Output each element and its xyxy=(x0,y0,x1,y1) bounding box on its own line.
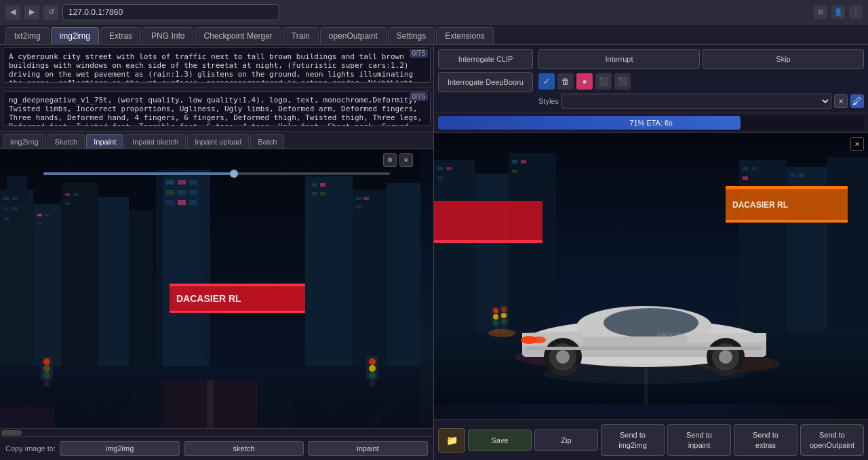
bottom-actions: 📁 Save Zip Send toimg2img Send toinpaint… xyxy=(434,419,868,460)
canvas-scroll-thumb[interactable] xyxy=(1,430,22,436)
negative-prompt-input[interactable]: ng_deepnegative_v1_75t, (worst quality, … xyxy=(3,91,431,126)
tab-extras[interactable]: Extras xyxy=(100,27,141,44)
tab-extensions[interactable]: Extensions xyxy=(436,27,494,44)
progress-bar-fill xyxy=(438,116,741,130)
svg-rect-31 xyxy=(170,311,305,313)
paint-icon[interactable]: ● xyxy=(576,73,593,90)
svg-rect-33 xyxy=(305,176,353,366)
tab-settings[interactable]: Settings xyxy=(388,27,435,44)
canvas-settings-btn[interactable]: ⚙ xyxy=(383,153,397,167)
copy-to-sketch-button[interactable]: sketch xyxy=(184,441,304,456)
svg-rect-9 xyxy=(3,207,9,210)
trash-icon[interactable]: 🗑 xyxy=(557,73,574,90)
svg-rect-3 xyxy=(61,183,98,366)
interrogate-clip-button[interactable]: Interrogate CLIP xyxy=(438,49,533,69)
svg-rect-75 xyxy=(726,186,848,189)
canvas-scroll-x[interactable] xyxy=(0,428,433,436)
sub-tab-sketch[interactable]: Sketch xyxy=(47,134,85,149)
interrogate-deepbooru-button[interactable]: Interrogate DeepBooru xyxy=(438,72,533,92)
interrupt-button[interactable]: Interrupt xyxy=(538,49,700,69)
output-image-area: DACASIER RL xyxy=(434,133,868,419)
sub-tab-batch[interactable]: Batch xyxy=(250,134,284,149)
paste-icon[interactable]: ⬛ xyxy=(614,73,631,90)
copy-to-inpaint-button[interactable]: inpaint xyxy=(308,441,428,456)
svg-point-57 xyxy=(369,365,376,372)
svg-point-103 xyxy=(501,313,507,318)
right-controls: Interrogate CLIP Interrogate DeepBooru I… xyxy=(434,45,868,113)
svg-rect-86 xyxy=(743,167,748,170)
svg-rect-27 xyxy=(178,200,186,205)
send-to-extras-button[interactable]: Send toextras xyxy=(734,424,797,456)
styles-row: Styles ✕ 🖊 xyxy=(538,94,864,109)
copy-image-bar: Copy image to: img2img sketch inpaint xyxy=(0,436,433,460)
sub-tab-inpaint-sketch[interactable]: Inpaint sketch xyxy=(125,134,186,149)
skip-button[interactable]: Skip xyxy=(703,49,864,69)
brush-size-thumb[interactable] xyxy=(230,170,238,178)
svg-rect-40 xyxy=(356,197,361,200)
svg-rect-5 xyxy=(98,197,129,366)
extensions-icon: ⚙ xyxy=(814,5,827,19)
copy-to-img2img-button[interactable]: img2img xyxy=(60,441,180,456)
svg-rect-8 xyxy=(12,197,18,200)
svg-rect-36 xyxy=(312,183,317,187)
canvas-close-btn[interactable]: ✕ xyxy=(399,153,413,167)
svg-rect-14 xyxy=(37,223,42,225)
svg-rect-73 xyxy=(827,157,868,330)
svg-rect-15 xyxy=(65,193,70,196)
zip-button[interactable]: Zip xyxy=(534,429,598,451)
svg-point-104 xyxy=(501,319,507,324)
open-folder-button[interactable]: 📁 xyxy=(438,428,465,453)
forward-button[interactable]: ▶ xyxy=(24,5,39,20)
svg-rect-30 xyxy=(170,284,305,286)
styles-apply-button[interactable]: 🖊 xyxy=(850,94,864,108)
svg-rect-17 xyxy=(65,202,70,205)
svg-rect-11 xyxy=(3,217,9,221)
tab-checkpoint-merger[interactable]: Checkpoint Merger xyxy=(195,27,281,44)
svg-rect-42 xyxy=(356,205,361,208)
sub-tab-img2img[interactable]: img2img xyxy=(3,134,46,149)
negative-prompt-area: ng_deepnegative_v1_75t, (worst quality, … xyxy=(0,88,433,132)
sub-tab-inpaint-upload[interactable]: Inpaint upload xyxy=(187,134,249,149)
send-to-inpaint-button[interactable]: Send toinpaint xyxy=(667,424,731,456)
copy-icon[interactable]: ⬛ xyxy=(595,73,612,90)
tab-png-info[interactable]: PNG Info xyxy=(142,27,193,44)
progress-bar-container: 71% ETA: 6s xyxy=(434,113,868,133)
brush-size-fill xyxy=(43,172,234,175)
styles-label: Styles xyxy=(538,97,559,105)
save-button[interactable]: Save xyxy=(468,429,532,451)
url-bar[interactable] xyxy=(62,4,279,20)
send-to-img2img-button[interactable]: Send toimg2img xyxy=(601,424,665,456)
positive-prompt-area: A cyberpunk city street with lots of tra… xyxy=(0,45,433,88)
reload-button[interactable]: ↺ xyxy=(43,5,58,20)
svg-point-56 xyxy=(369,358,376,365)
check-icon[interactable]: ✓ xyxy=(538,73,555,90)
svg-point-52 xyxy=(43,365,50,372)
tab-train[interactable]: Train xyxy=(283,27,319,44)
tab-txt2img[interactable]: txt2img xyxy=(5,27,50,44)
svg-rect-7 xyxy=(3,197,9,200)
sub-tab-inpaint[interactable]: Inpaint xyxy=(86,134,123,149)
styles-select[interactable] xyxy=(561,94,831,109)
tab-img2img[interactable]: img2img xyxy=(51,27,99,44)
left-panel: A cyberpunk city street with lots of tra… xyxy=(0,45,434,460)
brush-size-track xyxy=(43,172,390,175)
clip-section: Interrogate CLIP Interrogate DeepBooru xyxy=(438,49,533,92)
generated-image: DACASIER RL xyxy=(434,133,868,419)
output-close-button[interactable]: ✕ xyxy=(850,137,864,151)
svg-rect-76 xyxy=(726,220,848,223)
canvas-area[interactable]: DACASIER RL xyxy=(0,149,433,436)
svg-point-99 xyxy=(493,320,498,326)
svg-rect-37 xyxy=(320,183,326,187)
svg-rect-88 xyxy=(743,176,748,180)
svg-rect-90 xyxy=(799,174,804,177)
styles-clear-button[interactable]: ✕ xyxy=(834,94,848,108)
tab-openoutpaint[interactable]: openOutpaint xyxy=(320,27,387,44)
nav-tabs: txt2img img2img Extras PNG Info Checkpoi… xyxy=(0,24,868,45)
menu-icon: ⋮ xyxy=(849,5,863,19)
positive-prompt-input[interactable]: A cyberpunk city street with lots of tra… xyxy=(3,47,431,83)
send-to-openoutpaint-button[interactable]: Send toopenOutpaint xyxy=(800,424,864,456)
svg-rect-23 xyxy=(166,190,174,195)
svg-point-123 xyxy=(488,329,515,337)
back-button[interactable]: ◀ xyxy=(5,5,20,20)
svg-rect-79 xyxy=(434,240,542,243)
